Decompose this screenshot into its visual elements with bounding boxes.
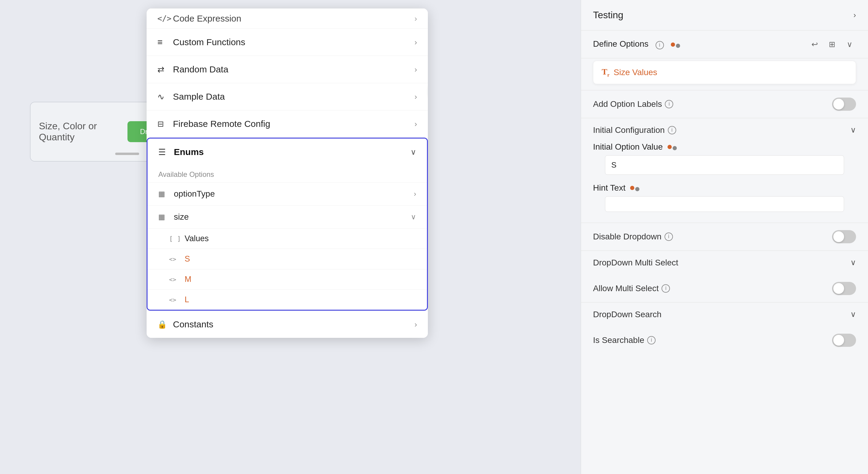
disable-dropdown-text: Disable Dropdown [593, 232, 661, 242]
chip-label: Size Values [614, 68, 657, 77]
add-option-labels-info-icon[interactable]: i [665, 100, 673, 108]
size-expanded: [ ] Values <> S <> M <> L [148, 228, 427, 310]
widget-label: Size, Color or Quantity [39, 121, 122, 143]
testing-row[interactable]: Testing › [581, 0, 868, 31]
dropdown-search-row[interactable]: DropDown Search ∨ [581, 303, 868, 326]
enums-icon: ☰ [158, 147, 174, 157]
dropdown-menu: </> Code Expression › ≡ Custom Functions… [147, 8, 428, 338]
define-options-actions: ↩ ⊞ ∨ [808, 38, 856, 51]
dropdown-multi-select-row[interactable]: DropDown Multi Select ∨ [581, 251, 868, 275]
settings-button[interactable]: ⊞ [826, 38, 839, 51]
dropdown-search-arrow: ∨ [850, 310, 856, 319]
firebase-label: Firebase Remote Config [173, 119, 414, 129]
custom-functions-icon: ≡ [157, 37, 173, 47]
initial-configuration-label: Initial Configuration i [593, 125, 676, 135]
menu-item-random-data[interactable]: ⇄ Random Data › [147, 56, 428, 83]
available-options-label: Available Options [148, 165, 427, 182]
initial-option-value-section: Initial Option Value S [581, 142, 868, 183]
hint-text-label: Hint Text [593, 183, 640, 193]
binding-dots-2 [630, 185, 640, 191]
menu-item-constants[interactable]: 🔒 Constants › [147, 311, 428, 338]
initial-configuration-arrow: ∨ [850, 125, 856, 135]
undo-button[interactable]: ↩ [808, 38, 821, 51]
toggle-thumb [833, 99, 844, 109]
code-expression-arrow: › [414, 14, 417, 23]
dropdown-multi-select-arrow: ∨ [850, 258, 856, 267]
size-collapse-arrow: ∨ [411, 213, 416, 221]
constants-label: Constants [173, 319, 414, 329]
toggle-thumb-2 [833, 231, 844, 242]
sample-data-label: Sample Data [173, 92, 414, 102]
chip-icon: Tr [602, 67, 610, 78]
l-value-label: L [185, 295, 416, 304]
define-options-text: Define Options [593, 39, 648, 49]
is-searchable-info-icon[interactable]: i [647, 336, 656, 344]
enums-section: ☰ Enums ∨ Available Options ▦ optionType… [147, 138, 428, 311]
enum-sub-item-size[interactable]: ▦ size ∨ [148, 205, 427, 228]
add-option-labels-row: Add Option Labels i [581, 90, 868, 118]
m-value-label: M [185, 275, 416, 284]
custom-functions-arrow: › [414, 38, 417, 47]
disable-dropdown-label: Disable Dropdown i [593, 232, 673, 242]
menu-item-custom-functions[interactable]: ≡ Custom Functions › [147, 29, 428, 56]
hint-text-row: Hint Text [593, 183, 856, 193]
firebase-arrow: › [414, 119, 417, 129]
l-value-entry[interactable]: <> L [148, 289, 427, 310]
initial-option-value-row: Initial Option Value [593, 142, 856, 152]
option-type-arrow: › [414, 190, 416, 198]
menu-item-sample-data[interactable]: ∿ Sample Data › [147, 83, 428, 110]
sample-data-arrow: › [414, 92, 417, 101]
values-icon: [ ] [169, 235, 185, 242]
option-type-label: optionType [174, 189, 414, 199]
is-searchable-row: Is Searchable i [581, 326, 868, 354]
m-value-entry[interactable]: <> M [148, 269, 427, 289]
m-code-icon: <> [169, 276, 185, 283]
allow-multi-select-row: Allow Multi Select i [581, 275, 868, 302]
initial-configuration-info-icon[interactable]: i [668, 126, 676, 134]
define-options-collapse[interactable]: ∨ [843, 38, 856, 51]
widget-scroll-indicator [115, 153, 139, 155]
is-searchable-toggle[interactable] [832, 334, 856, 347]
dropdown-multi-select-label: DropDown Multi Select [593, 258, 678, 267]
hint-text-input[interactable] [605, 196, 844, 212]
hint-text-section: Hint Text [581, 183, 868, 223]
firebase-icon: ⊟ [157, 119, 173, 129]
allow-multi-select-toggle[interactable] [832, 282, 856, 295]
disable-dropdown-row: Disable Dropdown i [581, 223, 868, 250]
size-icon: ▦ [158, 213, 174, 221]
enums-label: Enums [174, 147, 410, 157]
binding-indicator [671, 41, 680, 48]
enums-header[interactable]: ☰ Enums ∨ [148, 138, 427, 165]
sample-data-icon: ∿ [157, 92, 173, 102]
size-values-chip[interactable]: Tr Size Values [593, 61, 856, 84]
define-options-info-icon[interactable]: i [656, 41, 664, 50]
define-options-row: Define Options i ↩ ⊞ ∨ [581, 31, 868, 58]
initial-option-value-label: Initial Option Value [593, 142, 677, 152]
enum-sub-item-option-type[interactable]: ▦ optionType › [148, 182, 427, 205]
define-options-label: Define Options i [593, 39, 803, 50]
s-code-icon: <> [169, 256, 185, 263]
s-value-entry[interactable]: <> S [148, 249, 427, 269]
menu-item-firebase[interactable]: ⊟ Firebase Remote Config › [147, 110, 428, 138]
disable-dropdown-toggle[interactable] [832, 230, 856, 243]
initial-option-value-display[interactable]: S [605, 155, 844, 175]
allow-multi-select-info-icon[interactable]: i [661, 284, 670, 293]
random-data-icon: ⇄ [157, 65, 173, 74]
binding-dots-1 [668, 144, 677, 150]
add-option-labels-text: Add Option Labels [593, 99, 662, 109]
size-label: size [174, 212, 411, 222]
menu-item-code-expression[interactable]: </> Code Expression › [147, 8, 428, 29]
option-type-icon: ▦ [158, 190, 174, 198]
allow-multi-select-label: Allow Multi Select i [593, 284, 670, 293]
code-expression-icon: </> [157, 14, 173, 23]
custom-functions-label: Custom Functions [173, 37, 414, 47]
initial-configuration-row[interactable]: Initial Configuration i ∨ [581, 118, 868, 142]
values-entry[interactable]: [ ] Values [148, 228, 427, 249]
testing-label: Testing [593, 9, 623, 21]
dropdown-search-label: DropDown Search [593, 310, 661, 319]
add-option-labels-toggle[interactable] [832, 98, 856, 111]
constants-arrow: › [414, 320, 417, 329]
disable-dropdown-info-icon[interactable]: i [664, 232, 673, 241]
initial-configuration-text: Initial Configuration [593, 125, 665, 135]
testing-arrow: › [853, 10, 856, 20]
